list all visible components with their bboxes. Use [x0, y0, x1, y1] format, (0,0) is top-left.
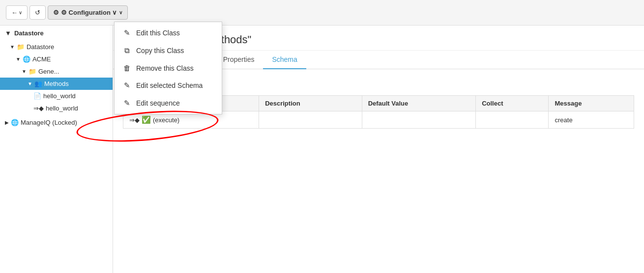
gear-icon: ⚙ — [53, 9, 59, 16]
sidebar: ▼ Datastore ▼ 📁 Datastore ▼ 🌐 ACME ▼ 📁 G… — [0, 26, 113, 273]
generic-label: Gene... — [38, 68, 59, 75]
acme-label: ACME — [32, 55, 51, 63]
methods-chevron-icon: ▼ — [28, 81, 32, 86]
config-chevron-icon: ∨ — [119, 10, 122, 15]
remove-class-label: Remove this Class — [136, 64, 194, 72]
sidebar-item-hello-method[interactable]: ⇒◆ hello_world — [0, 102, 113, 114]
trash-icon: 🗑 — [122, 64, 131, 72]
edit-pencil-icon: ✎ — [122, 28, 131, 37]
sidebar-item-acme[interactable]: ▼ 🌐 ACME — [0, 53, 113, 65]
manageiq-globe-icon: 🌐 — [11, 119, 19, 126]
datastore-label: Datastore — [27, 43, 54, 51]
folder-icon: 📁 — [17, 43, 25, 51]
tab-properties-label: Properties — [223, 55, 255, 63]
edit-sequence-menu-item[interactable]: ✎ Edit sequence — [115, 94, 222, 112]
reload-button[interactable]: ↺ — [29, 5, 46, 20]
manageiq-label: ManageIQ (Locked) — [21, 119, 77, 126]
arrow-diamond-icon: ⇒◆ — [129, 116, 140, 124]
chevron-down-icon: ▼ — [5, 29, 11, 37]
methods-class-icon: 👥 — [34, 80, 42, 87]
row-description-cell — [259, 111, 362, 129]
sidebar-item-manageiq[interactable]: ▶ 🌐 ManageIQ (Locked) — [0, 116, 113, 129]
row-collect-cell — [476, 111, 549, 129]
check-circle-icon: ✅ — [142, 115, 151, 124]
sidebar-item-generic[interactable]: ▼ 📁 Gene... — [0, 65, 113, 78]
back-button[interactable]: ← ∨ — [6, 5, 28, 20]
tab-schema[interactable]: Schema — [263, 51, 306, 69]
sidebar-item-hello-instance[interactable]: 📄 hello_world — [0, 90, 113, 102]
configuration-dropdown: ✎ Edit this Class ⧉ Copy this Class 🗑 Re… — [114, 22, 222, 114]
method-icon: ⇒◆ — [33, 105, 44, 112]
col-description: Description — [259, 96, 362, 111]
sidebar-item-datastore[interactable]: ▼ 📁 Datastore — [0, 41, 113, 53]
main-layout: ▼ Datastore ▼ 📁 Datastore ▼ 🌐 ACME ▼ 📁 G… — [0, 26, 644, 273]
doc-icon: 📄 — [33, 92, 41, 100]
row-default-value-cell — [362, 111, 475, 129]
edit-sequence-label: Edit sequence — [136, 99, 180, 107]
back-arrow-icon: ← — [11, 9, 18, 16]
reload-icon: ↺ — [35, 9, 40, 16]
edit-schema-label: Edit selected Schema — [136, 82, 203, 89]
edit-schema-menu-item[interactable]: ✎ Edit selected Schema — [115, 77, 222, 94]
row-message-cell: create — [549, 111, 634, 129]
acme-chevron-icon: ▼ — [16, 56, 21, 62]
sidebar-item-methods[interactable]: ▼ 👥 Methods — [0, 78, 113, 90]
hello-instance-label: hello_world — [43, 92, 76, 100]
sidebar-section-header: ▼ Datastore — [0, 26, 113, 41]
edit-class-menu-item[interactable]: ✎ Edit this Class — [115, 24, 222, 42]
generic-chevron-icon: ▼ — [22, 69, 27, 74]
copy-icon: ⧉ — [122, 46, 131, 55]
copy-class-menu-item[interactable]: ⧉ Copy this Class — [115, 42, 222, 59]
toolbar: ← ∨ ↺ ⚙ ⚙ Configuration ∨ ∨ — [0, 0, 644, 26]
configuration-button[interactable]: ⚙ ⚙ Configuration ∨ ∨ — [48, 5, 128, 20]
col-default-value: Default Value — [362, 96, 475, 111]
edit-class-label: Edit this Class — [136, 29, 180, 37]
edit-sequence-pencil-icon: ✎ — [122, 99, 131, 108]
copy-class-label: Copy this Class — [136, 47, 184, 55]
globe-icon: 🌐 — [23, 55, 30, 63]
generic-folder-icon: 📁 — [29, 68, 36, 75]
col-message: Message — [549, 96, 634, 111]
chevron-icon: ▼ — [10, 44, 15, 50]
remove-class-menu-item[interactable]: 🗑 Remove this Class — [115, 59, 222, 77]
execute-name: (execute) — [153, 116, 179, 124]
manageiq-chevron-icon: ▶ — [5, 120, 9, 125]
back-chevron-icon: ∨ — [19, 10, 22, 15]
methods-label: Methods — [44, 80, 69, 87]
hello-method-label: hello_world — [46, 105, 78, 112]
sidebar-section-label: Datastore — [14, 29, 44, 37]
tab-schema-label: Schema — [272, 55, 297, 63]
execute-row-icons: ⇒◆ ✅ (execute) — [129, 115, 179, 124]
configuration-label: ⚙ Configuration ∨ — [61, 9, 117, 16]
edit-schema-pencil-icon: ✎ — [122, 81, 131, 90]
col-collect: Collect — [476, 96, 549, 111]
